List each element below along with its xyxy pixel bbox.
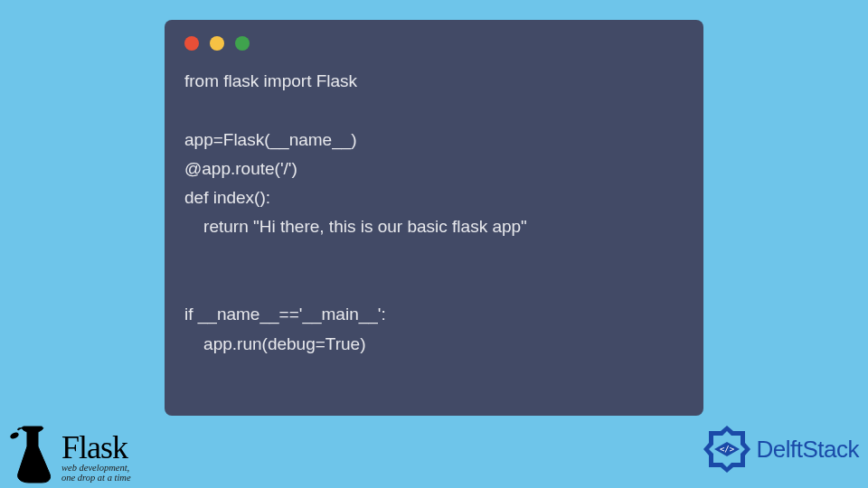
svg-point-0 — [9, 431, 20, 440]
code-line: return "Hi there, this is our basic flas… — [184, 217, 527, 236]
flask-title: Flask — [61, 428, 131, 466]
code-line: if __name__=='__main__': — [184, 305, 386, 324]
code-window: from flask import Flask app=Flask(__name… — [165, 20, 703, 416]
code-line: @app.route('/') — [184, 159, 297, 178]
code-line: app.run(debug=True) — [184, 334, 366, 353]
code-line: app=Flask(__name__) — [184, 130, 357, 149]
flask-logo: Flask web development, one drop at a tim… — [5, 425, 131, 486]
code-content: from flask import Flask app=Flask(__name… — [184, 67, 684, 359]
code-line: from flask import Flask — [184, 71, 357, 90]
flask-subtitle: web development, one drop at a time — [61, 463, 131, 483]
minimize-icon — [210, 36, 224, 51]
code-line: def index(): — [184, 188, 270, 207]
delftstack-icon: </> — [701, 423, 753, 475]
flask-text: Flask web development, one drop at a tim… — [61, 428, 131, 483]
delftstack-logo: </> DelftStack — [701, 423, 860, 475]
flask-icon — [5, 425, 56, 486]
svg-text:</>: </> — [719, 445, 734, 454]
traffic-lights — [184, 36, 684, 51]
close-icon — [184, 36, 199, 51]
maximize-icon — [235, 36, 250, 51]
delftstack-title: DelftStack — [757, 436, 860, 464]
